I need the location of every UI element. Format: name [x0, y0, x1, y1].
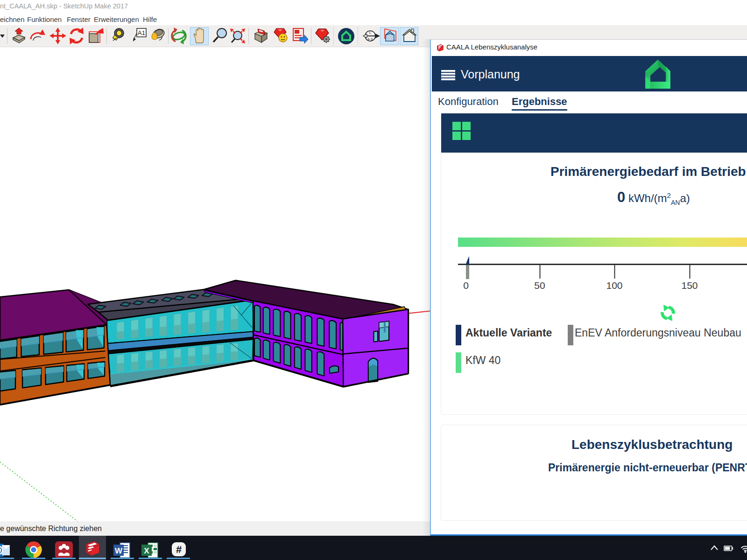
svg-text:C: C: [369, 31, 372, 35]
svg-text:W: W: [115, 546, 123, 555]
svg-text:A1: A1: [138, 29, 145, 36]
svg-text:#: #: [176, 544, 182, 555]
svg-text:150: 150: [681, 280, 698, 291]
svg-text:50: 50: [534, 280, 545, 291]
svg-text:A-S: A-S: [367, 37, 373, 41]
svg-text:0: 0: [463, 280, 469, 291]
svg-text:X: X: [144, 546, 149, 555]
svg-text:100: 100: [606, 280, 622, 291]
